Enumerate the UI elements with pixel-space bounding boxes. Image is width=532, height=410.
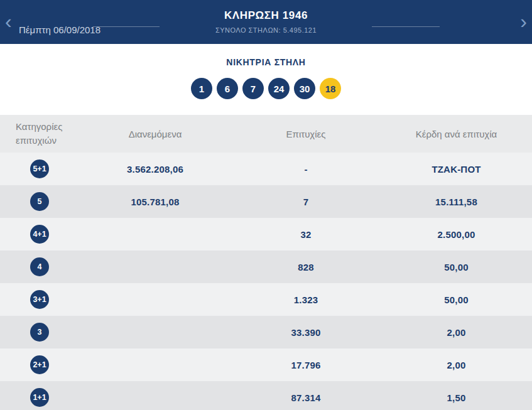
winning-number-ball: 7 bbox=[242, 78, 264, 99]
winning-number-ball: 24 bbox=[268, 78, 290, 99]
prize-value: 2.500,00 bbox=[381, 229, 532, 240]
winning-number-ball: 30 bbox=[294, 78, 315, 99]
category-cell: 4 bbox=[0, 257, 79, 276]
category-badge: 3 bbox=[30, 323, 49, 342]
prize-value: 50,00 bbox=[381, 294, 532, 305]
successes-value: 7 bbox=[231, 197, 381, 207]
draw-date: Πέμπτη 06/09/2018 bbox=[19, 24, 100, 35]
successes-value: 87.314 bbox=[231, 392, 381, 403]
prize-value: ΤΖΑΚ-ΠΟΤ bbox=[381, 164, 532, 175]
prize-value: 50,00 bbox=[381, 262, 532, 272]
chevron-right-icon: › bbox=[520, 10, 527, 33]
prev-draw-button[interactable]: ‹ bbox=[1, 11, 16, 31]
prize-value: 2,00 bbox=[381, 327, 532, 338]
successes-value: 17.796 bbox=[231, 360, 381, 370]
category-column-header: Κατηγορίες επιτυχιών bbox=[0, 120, 74, 148]
table-row: 1+1 87.314 1,50 bbox=[0, 381, 532, 410]
prize-value: 2,00 bbox=[381, 360, 532, 370]
distributed-value: 3.562.208,06 bbox=[79, 164, 231, 175]
draw-title: ΚΛΗΡΩΣΗ 1946 bbox=[215, 9, 317, 22]
table-row: 3 33.390 2,00 bbox=[0, 316, 532, 348]
prize-column-header: Κέρδη ανά επιτυχία bbox=[381, 129, 532, 139]
category-cell: 3 bbox=[0, 323, 79, 342]
category-cell: 4+1 bbox=[0, 225, 79, 244]
winning-column-section: ΝΙΚΗΤΡΙΑ ΣΤΗΛΗ 1 6 7 24 30 18 bbox=[0, 44, 532, 115]
successes-value: 1.323 bbox=[231, 294, 381, 305]
successes-value: - bbox=[231, 164, 381, 175]
header-divider-left bbox=[93, 26, 160, 27]
distributed-value: 105.781,08 bbox=[79, 197, 231, 207]
chevron-left-icon: ‹ bbox=[5, 10, 12, 33]
category-badge: 5+1 bbox=[30, 159, 49, 178]
header-divider-right bbox=[372, 26, 440, 27]
next-draw-button[interactable]: › bbox=[516, 11, 531, 31]
table-row: 5 105.781,08 7 15.111,58 bbox=[0, 185, 532, 218]
successes-column-header: Επιτυχίες bbox=[231, 129, 381, 139]
prize-table: Κατηγορίες επιτυχιών Διανεμόμενα Επιτυχί… bbox=[0, 115, 532, 410]
table-row: 4+1 32 2.500,00 bbox=[0, 218, 532, 251]
table-row: 3+1 1.323 50,00 bbox=[0, 283, 532, 316]
category-cell: 2+1 bbox=[0, 355, 79, 374]
prize-value: 1,50 bbox=[381, 392, 532, 403]
successes-value: 828 bbox=[231, 262, 381, 272]
category-cell: 3+1 bbox=[0, 290, 79, 309]
table-row: 2+1 17.796 2,00 bbox=[0, 348, 532, 381]
winning-numbers-row: 1 6 7 24 30 18 bbox=[0, 78, 532, 99]
category-cell: 1+1 bbox=[0, 388, 79, 407]
category-badge: 4+1 bbox=[30, 225, 49, 244]
category-cell: 5 bbox=[0, 192, 79, 211]
winning-column-heading: ΝΙΚΗΤΡΙΑ ΣΤΗΛΗ bbox=[0, 57, 532, 67]
category-badge: 4 bbox=[30, 257, 49, 276]
table-header-row: Κατηγορίες επιτυχιών Διανεμόμενα Επιτυχί… bbox=[0, 115, 532, 153]
category-badge: 2+1 bbox=[30, 355, 49, 374]
joker-number-ball: 18 bbox=[320, 78, 341, 99]
category-cell: 5+1 bbox=[0, 159, 79, 178]
winning-number-ball: 1 bbox=[191, 78, 212, 99]
draw-header: ‹ Πέμπτη 06/09/2018 ΚΛΗΡΩΣΗ 1946 ΣΥΝΟΛΟ … bbox=[0, 0, 532, 44]
category-badge: 5 bbox=[30, 192, 49, 211]
category-badge: 1+1 bbox=[30, 388, 49, 407]
winning-number-ball: 6 bbox=[217, 78, 238, 99]
distributed-column-header: Διανεμόμενα bbox=[79, 129, 231, 139]
total-columns-label: ΣΥΝΟΛΟ ΣΤΗΛΩΝ: 5.495.121 bbox=[215, 26, 317, 34]
draw-results-page: ‹ Πέμπτη 06/09/2018 ΚΛΗΡΩΣΗ 1946 ΣΥΝΟΛΟ … bbox=[0, 0, 532, 410]
successes-value: 33.390 bbox=[231, 327, 381, 338]
table-row: 5+1 3.562.208,06 - ΤΖΑΚ-ΠΟΤ bbox=[0, 153, 532, 185]
draw-title-block: ΚΛΗΡΩΣΗ 1946 ΣΥΝΟΛΟ ΣΤΗΛΩΝ: 5.495.121 bbox=[215, 9, 317, 34]
successes-value: 32 bbox=[231, 229, 381, 240]
table-row: 4 828 50,00 bbox=[0, 251, 532, 283]
prize-value: 15.111,58 bbox=[381, 197, 532, 207]
category-badge: 3+1 bbox=[30, 290, 49, 309]
